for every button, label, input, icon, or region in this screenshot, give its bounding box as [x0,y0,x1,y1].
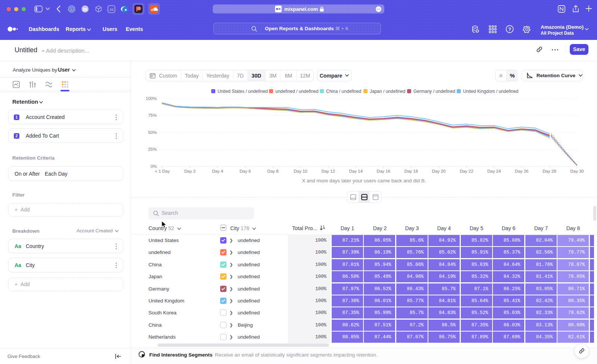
svg-text:Day 22: Day 22 [460,169,473,173]
svg-text:Day 12: Day 12 [321,169,335,173]
svg-text:Day 24: Day 24 [487,169,501,173]
svg-text:Day 8: Day 8 [267,169,278,173]
svg-text:Day 18: Day 18 [404,169,418,173]
svg-text:Day 4: Day 4 [212,169,224,173]
svg-text:25%: 25% [148,147,157,151]
svg-text:Day 30: Day 30 [570,169,584,173]
svg-text:Day 10: Day 10 [294,169,307,173]
svg-text:m: m [83,6,87,12]
svg-text:100%: 100% [146,96,157,101]
svg-text:Day 16: Day 16 [377,169,390,173]
svg-text:75%: 75% [148,113,157,117]
svg-text:Day 6: Day 6 [240,169,251,173]
svg-text:Day 14: Day 14 [349,169,363,173]
svg-text:Day 2: Day 2 [184,169,196,173]
svg-text:50%: 50% [148,130,157,135]
svg-text:Day 28: Day 28 [543,169,556,173]
svg-text:0%: 0% [150,164,157,169]
svg-text:?: ? [508,27,511,32]
svg-text:Day 26: Day 26 [515,169,528,173]
svg-text:Day 20: Day 20 [432,169,446,173]
svg-text:JS: JS [109,7,114,12]
svg-text:< 1 Day: < 1 Day [155,169,170,173]
